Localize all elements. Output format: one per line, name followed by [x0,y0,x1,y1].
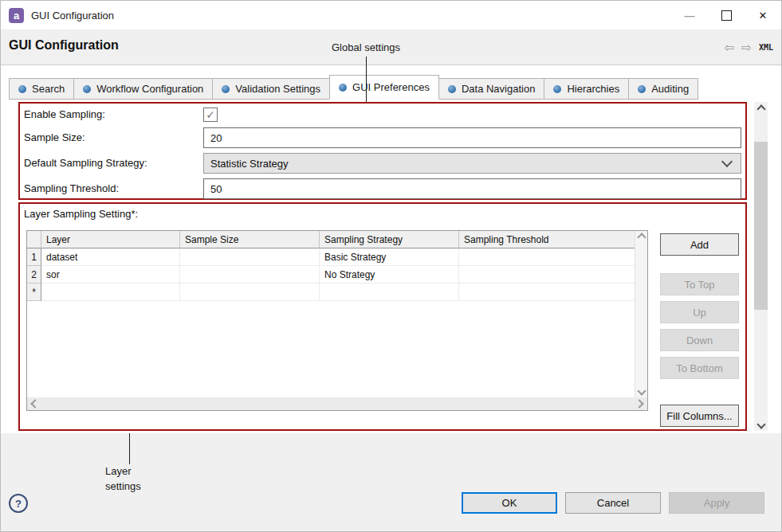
layer-settings-highlight-box: Layer Sampling Setting*: Layer Sample Si… [18,202,747,431]
scroll-up-icon[interactable] [637,233,646,241]
column-header-sampling-strategy[interactable]: Sampling Strategy [320,231,459,248]
title-bar: a GUI Configuration — ✕ [1,1,781,29]
scroll-up-button[interactable] [754,102,768,115]
forward-arrow-icon[interactable]: ⇨ [741,41,752,53]
cell-sampling-strategy[interactable]: No Strategy [320,266,459,284]
check-icon: ✓ [206,108,215,121]
close-icon: ✕ [759,10,768,22]
tab-auditing[interactable]: Auditing [628,78,698,100]
sampling-threshold-row: Sampling Threshold: 50 [20,178,745,199]
global-settings-highlight-box: Enable Sampling: ✓ Sample Size: 20 Defau… [18,102,747,200]
column-header-layer[interactable]: Layer [41,231,180,248]
window-controls: — ✕ [671,1,781,29]
sampling-threshold-input[interactable]: 50 [203,178,741,199]
tab-dot-icon [339,84,347,92]
global-settings-annotation: Global settings [296,41,436,53]
tab-data-navigation[interactable]: Data Navigation [438,78,545,100]
table-grid: Layer Sample Size Sampling Strategy Samp… [27,231,635,301]
scroll-left-icon[interactable] [30,399,39,408]
xml-button[interactable]: XML [759,43,773,52]
tab-dot-icon [83,85,91,93]
global-settings-callout-line [366,57,367,102]
cell-layer[interactable]: dataset [41,248,180,266]
cell-sampling-strategy[interactable]: Basic Strategy [320,248,459,266]
sample-size-row: Sample Size: 20 [20,127,745,148]
row-number-cell: 2 [27,266,41,284]
chevron-down-icon [721,156,733,167]
tab-label: Workflow Configuration [96,83,203,95]
default-sampling-strategy-select[interactable]: Statistic Strategy [203,153,741,174]
column-header-rownum [27,231,41,248]
tab-label: Hierarchies [567,83,619,95]
table-horizontal-scrollbar[interactable] [27,397,647,410]
column-header-sample-size[interactable]: Sample Size [180,231,320,248]
scrollbar-thumb[interactable] [754,142,768,310]
scroll-right-icon[interactable] [635,399,643,408]
tab-hierarchies[interactable]: Hierarchies [544,78,629,100]
apply-button[interactable]: Apply [669,492,764,514]
cell-sample-size[interactable] [180,266,320,284]
scroll-down-icon[interactable] [637,386,646,395]
enable-sampling-label: Enable Sampling: [24,108,105,120]
to-top-button[interactable]: To Top [660,273,739,295]
add-button[interactable]: Add [660,233,739,256]
back-arrow-icon[interactable]: ⇦ [725,41,735,53]
minimize-button[interactable]: — [671,1,708,29]
tab-gui-preferences[interactable]: GUI Preferences [329,75,439,100]
sample-size-label: Sample Size: [24,131,85,143]
ok-button[interactable]: OK [462,492,557,514]
row-number-cell: * [27,284,41,301]
layer-sampling-setting-label: Layer Sampling Setting*: [24,208,138,220]
tab-label: GUI Preferences [352,81,430,93]
enable-sampling-checkbox[interactable]: ✓ [203,108,218,122]
cell-sampling-threshold[interactable] [459,266,635,284]
sample-size-input[interactable]: 20 [203,127,741,148]
default-strategy-row: Default Sampling Strategy: Statistic Str… [20,152,745,174]
tab-dot-icon [18,85,26,93]
maximize-button[interactable] [708,1,745,29]
cell-sampling-strategy[interactable] [320,284,459,301]
page-title: GUI Configuration [9,38,119,53]
tab-bar: Search Workflow Configuration Validation… [9,75,698,100]
close-button[interactable]: ✕ [745,1,781,29]
scroll-down-icon [756,420,765,428]
sampling-threshold-label: Sampling Threshold: [24,182,119,194]
to-bottom-button[interactable]: To Bottom [660,357,739,379]
tab-label: Validation Settings [235,83,320,95]
enable-sampling-row: Enable Sampling: ✓ [20,105,745,124]
tab-validation-settings[interactable]: Validation Settings [212,78,330,100]
help-button[interactable]: ? [9,494,28,513]
layer-settings-annotation: Layer settings [105,464,156,494]
window-title: GUI Configuration [31,10,114,22]
main-vertical-scrollbar[interactable] [754,102,768,431]
table-vertical-scrollbar[interactable] [635,231,647,397]
tab-label: Search [32,83,65,95]
tab-label: Data Navigation [462,83,536,95]
scroll-down-button[interactable] [754,417,768,431]
header-toolbar: ⇦ ⇨ XML [725,29,773,65]
gui-configuration-dialog: a GUI Configuration — ✕ GUI Configuratio… [0,0,782,532]
scroll-up-icon [756,104,765,113]
cancel-button[interactable]: Cancel [565,492,661,514]
app-logo-icon: a [9,8,24,23]
down-button[interactable]: Down [660,329,739,351]
cell-sample-size[interactable] [180,248,320,266]
tab-dot-icon [638,85,646,93]
column-header-sampling-threshold[interactable]: Sampling Threshold [459,231,635,248]
tab-dot-icon [448,85,456,93]
cell-sampling-threshold[interactable] [459,248,635,266]
cell-sample-size[interactable] [180,284,320,301]
question-mark-icon: ? [15,498,22,510]
fill-columns-button[interactable]: Fill Columns... [660,405,739,427]
layer-settings-callout-line [129,433,130,464]
tab-search[interactable]: Search [9,78,74,100]
up-button[interactable]: Up [660,301,739,323]
cell-layer[interactable] [41,284,180,301]
cell-layer[interactable]: sor [41,266,180,284]
row-number-cell: 1 [27,248,41,266]
tab-workflow-configuration[interactable]: Workflow Configuration [73,78,213,100]
selected-strategy-value: Statistic Strategy [210,158,289,170]
tab-dot-icon [222,85,230,93]
cell-sampling-threshold[interactable] [459,284,635,301]
layer-sampling-table: Layer Sample Size Sampling Strategy Samp… [26,230,648,411]
